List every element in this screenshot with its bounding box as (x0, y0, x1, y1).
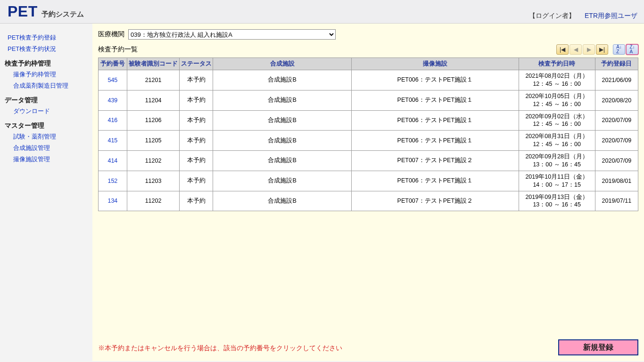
pager-first[interactable]: |◀ (556, 44, 569, 55)
pager: |◀ ◀ ▶ ▶| A↓Z Z↓A (556, 44, 638, 55)
main: 医療機関 039：地方独立行政法人 組入れ施設A 検査予約一覧 |◀ ◀ ▶ ▶… (92, 24, 644, 361)
cell-status: 本予約 (180, 191, 213, 211)
col-reservation-no[interactable]: 予約番号 (99, 58, 127, 70)
cell-imaging: PET006：テストPET施設１ (352, 90, 519, 110)
cell-schedule: 2021年08月02日（月）12：45 ～ 16：00 (519, 70, 595, 90)
reservation-link[interactable]: 152 (107, 178, 117, 184)
cell-regdate: 2020/07/09 (595, 151, 638, 171)
cell-status: 本予約 (180, 171, 213, 191)
next-icon: ▶ (587, 46, 591, 53)
pager-next[interactable]: ▶ (583, 44, 595, 55)
cell-reservation-no: 439 (99, 90, 127, 110)
reservation-link[interactable]: 439 (107, 97, 117, 104)
filter-row: 医療機関 039：地方独立行政法人 組入れ施設A (98, 29, 638, 40)
pager-last[interactable]: ▶| (596, 44, 608, 55)
table-row: 41411202本予約合成施設BPET007：テストPET施設２2020年09月… (99, 151, 638, 171)
reservation-link[interactable]: 415 (107, 137, 117, 144)
table-row: 15211203本予約合成施設BPET006：テストPET施設１2019年10月… (99, 171, 638, 191)
cell-subject-id: 11204 (127, 90, 179, 110)
reservation-link[interactable]: 545 (107, 77, 117, 83)
cell-schedule: 2020年10月05日（月）12：45 ～ 16：00 (519, 90, 595, 110)
cell-reservation-no: 152 (99, 171, 127, 191)
sort-desc-icon: Z↓A (629, 45, 635, 54)
list-title: 検査予約一覧 (98, 45, 138, 54)
cell-status: 本予約 (180, 70, 213, 90)
reservation-link[interactable]: 414 (107, 157, 117, 164)
cell-reservation-no: 545 (99, 70, 127, 90)
nav-synth-facility[interactable]: 合成施設管理 (3, 142, 90, 154)
nav-heading-data: データ管理 (3, 91, 90, 106)
nav-imaging-facility[interactable]: 撮像施設管理 (3, 154, 90, 165)
last-icon: ▶| (599, 46, 605, 53)
cell-synth: 合成施設B (213, 171, 352, 191)
col-imaging-facility[interactable]: 撮像施設 (352, 58, 519, 70)
userbox: 【ログイン者】 ETR用参照ユーザ (529, 12, 637, 20)
table-row: 13411202本予約合成施設BPET007：テストPET施設２2019年09月… (99, 191, 638, 211)
cell-reservation-no: 416 (99, 110, 127, 131)
table-row: 41511205本予約合成施設BPET006：テストPET施設１2020年08月… (99, 131, 638, 151)
cell-status: 本予約 (180, 90, 213, 110)
nav-download[interactable]: ダウンロード (3, 106, 90, 117)
cell-imaging: PET007：テストPET施設２ (352, 191, 519, 211)
cell-regdate: 2020/08/20 (595, 90, 638, 110)
sort-asc[interactable]: A↓Z (613, 44, 625, 55)
col-status[interactable]: ステータス (180, 58, 213, 70)
login-label: 【ログイン者】 (529, 12, 575, 20)
cell-schedule: 2020年09月02日（水）12：45 ～ 16：00 (519, 110, 595, 131)
col-subject-id[interactable]: 被験者識別コード (127, 58, 179, 70)
nav-heading-slots: 検査予約枠管理 (3, 55, 90, 69)
sort-asc-icon: A↓Z (616, 45, 622, 54)
cell-schedule: 2020年09月28日（月）13：00 ～ 16：45 (519, 151, 595, 171)
login-username: ETR用参照ユーザ (585, 12, 637, 20)
table-row: 43911204本予約合成施設BPET006：テストPET施設１2020年10月… (99, 90, 638, 110)
cell-schedule: 2019年10月11日（金）14：00 ～ 17：15 (519, 171, 595, 191)
cell-subject-id: 11206 (127, 110, 179, 131)
cell-schedule: 2019年09月13日（金）13：00 ～ 16：45 (519, 191, 595, 211)
cell-synth: 合成施設B (213, 90, 352, 110)
cell-subject-id: 21201 (127, 70, 179, 90)
sidebar: PET検査予約登録 PET検査予約状況 検査予約枠管理 撮像予約枠管理 合成薬剤… (0, 24, 92, 361)
cell-regdate: 2019/08/01 (595, 171, 638, 191)
nav-trial-drug[interactable]: 試験・薬剤管理 (3, 131, 90, 142)
cell-reservation-no: 414 (99, 151, 127, 171)
cell-subject-id: 11203 (127, 171, 179, 191)
nav-pet-status[interactable]: PET検査予約状況 (3, 43, 90, 55)
cell-status: 本予約 (180, 110, 213, 131)
brand-main: PET (8, 3, 38, 20)
reservation-table: 予約番号 被験者識別コード ステータス 合成施設 撮像施設 検査予約日時 予約登… (98, 58, 638, 211)
topbar: PET 予約システム 【ログイン者】 ETR用参照ユーザ (0, 0, 644, 24)
cell-imaging: PET007：テストPET施設２ (352, 151, 519, 171)
table-header-row: 予約番号 被験者識別コード ステータス 合成施設 撮像施設 検査予約日時 予約登… (99, 58, 638, 70)
nav-pet-register[interactable]: PET検査予約登録 (3, 32, 90, 43)
cell-imaging: PET006：テストPET施設１ (352, 70, 519, 90)
col-schedule[interactable]: 検査予約日時 (519, 58, 595, 70)
cell-subject-id: 11205 (127, 131, 179, 151)
pager-prev[interactable]: ◀ (570, 44, 582, 55)
cell-schedule: 2020年08月31日（月）12：45 ～ 16：00 (519, 131, 595, 151)
cell-regdate: 2021/06/09 (595, 70, 638, 90)
filter-label: 医療機関 (98, 30, 124, 39)
cell-synth: 合成施設B (213, 151, 352, 171)
cell-regdate: 2019/07/11 (595, 191, 638, 211)
reservation-link[interactable]: 416 (107, 117, 117, 123)
cell-synth: 合成施設B (213, 70, 352, 90)
cell-synth: 合成施設B (213, 131, 352, 151)
nav-synthesis-dates[interactable]: 合成薬剤製造日管理 (3, 80, 90, 91)
prev-icon: ◀ (574, 46, 578, 53)
cell-subject-id: 11202 (127, 191, 179, 211)
reservation-link[interactable]: 134 (107, 197, 117, 204)
cell-synth: 合成施設B (213, 191, 352, 211)
nav-imaging-slots[interactable]: 撮像予約枠管理 (3, 69, 90, 80)
cell-regdate: 2020/07/09 (595, 110, 638, 131)
col-regdate[interactable]: 予約登録日 (595, 58, 638, 70)
cell-reservation-no: 415 (99, 131, 127, 151)
facility-select[interactable]: 039：地方独立行政法人 組入れ施設A (128, 29, 336, 40)
cell-subject-id: 11202 (127, 151, 179, 171)
sort-desc[interactable]: Z↓A (626, 44, 638, 55)
first-icon: |◀ (560, 46, 565, 53)
brand-sub: 予約システム (41, 10, 84, 19)
brand: PET 予約システム (8, 3, 84, 20)
new-register-button[interactable]: 新規登録 (558, 339, 638, 355)
col-synth-facility[interactable]: 合成施設 (213, 58, 352, 70)
cell-imaging: PET006：テストPET施設１ (352, 110, 519, 131)
